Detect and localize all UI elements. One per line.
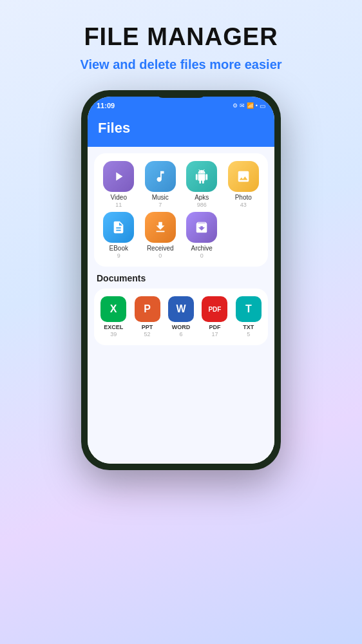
file-grid-card: Video 11 Music 7 <box>94 153 268 267</box>
phone-frame: 11:09 ⚙ ✉ 📶 • ▭ Files <box>81 90 281 470</box>
music-icon <box>145 161 176 192</box>
archive-icon <box>186 212 217 243</box>
ebook-icon <box>103 212 134 243</box>
message-icon: ✉ <box>240 102 245 109</box>
page-subtitle: View and delete files more easier <box>80 57 281 72</box>
excel-count: 39 <box>110 331 117 337</box>
music-label: Music <box>152 194 169 201</box>
empty-slot <box>224 212 263 259</box>
photo-label: Photo <box>235 194 252 201</box>
archive-count: 0 <box>200 252 204 259</box>
battery-icon: ▭ <box>260 102 265 109</box>
ebook-count: 9 <box>117 252 120 259</box>
file-grid-row2: EBook 9 Received 0 <box>99 212 263 259</box>
ppt-icon: P <box>135 296 160 322</box>
signal-icon: 📶 <box>247 102 254 109</box>
received-icon <box>145 212 176 243</box>
dot-indicator: • <box>256 102 258 109</box>
doc-item-txt[interactable]: T TXT 5 <box>233 296 264 337</box>
status-time: 11:09 <box>97 102 115 109</box>
file-grid-row1: Video 11 Music 7 <box>99 161 263 208</box>
file-item-apks[interactable]: Apks 986 <box>182 161 222 208</box>
file-item-ebook[interactable]: EBook 9 <box>99 212 138 259</box>
file-item-video[interactable]: Video 11 <box>99 161 138 208</box>
excel-icon: X <box>100 296 126 322</box>
ppt-count: 52 <box>144 331 151 337</box>
file-item-photo[interactable]: Photo 43 <box>224 161 263 208</box>
doc-grid: X EXCEL 39 P PPT 52 W WORD <box>98 296 264 337</box>
archive-label: Archive <box>191 245 213 252</box>
status-bar: 11:09 ⚙ ✉ 📶 • ▭ <box>88 97 274 115</box>
page-title: FILE MANAGER <box>84 23 278 51</box>
pdf-count: 17 <box>211 331 218 337</box>
app-header-title: Files <box>98 120 130 136</box>
documents-title: Documents <box>94 273 268 283</box>
apks-count: 986 <box>197 202 207 208</box>
excel-label: EXCEL <box>104 324 123 330</box>
documents-section: Documents X EXCEL 39 P PPT 52 <box>94 273 268 345</box>
phone-mockup: 11:09 ⚙ ✉ 📶 • ▭ Files <box>81 90 281 470</box>
txt-label: TXT <box>243 324 254 330</box>
app-content: Video 11 Music 7 <box>88 147 274 464</box>
phone-screen: 11:09 ⚙ ✉ 📶 • ▭ Files <box>88 97 274 464</box>
ebook-label: EBook <box>110 245 128 252</box>
file-item-received[interactable]: Received 0 <box>141 212 180 259</box>
word-count: 6 <box>179 331 182 337</box>
doc-item-ppt[interactable]: P PPT 52 <box>131 296 162 337</box>
word-label: WORD <box>172 324 191 330</box>
received-label: Received <box>147 245 174 252</box>
pdf-label: PDF <box>209 324 220 330</box>
txt-icon: T <box>236 296 262 322</box>
file-item-music[interactable]: Music 7 <box>141 161 180 208</box>
received-count: 0 <box>158 252 162 259</box>
txt-count: 5 <box>247 331 250 337</box>
documents-card: X EXCEL 39 P PPT 52 W WORD <box>94 289 268 345</box>
video-label: Video <box>111 194 127 201</box>
doc-item-pdf[interactable]: PDF PDF 17 <box>199 296 230 337</box>
video-icon <box>103 161 134 192</box>
doc-item-excel[interactable]: X EXCEL 39 <box>98 296 129 337</box>
video-count: 11 <box>115 202 122 208</box>
app-header: Files <box>88 115 274 147</box>
status-icons: ⚙ ✉ 📶 • ▭ <box>233 102 265 109</box>
settings-icon: ⚙ <box>233 102 238 109</box>
phone-notch <box>155 90 207 98</box>
ppt-label: PPT <box>142 324 153 330</box>
photo-icon <box>228 161 259 192</box>
pdf-icon: PDF <box>202 296 227 322</box>
doc-item-word[interactable]: W WORD 6 <box>166 296 196 337</box>
music-count: 7 <box>158 202 162 208</box>
photo-count: 43 <box>240 202 247 208</box>
apks-label: Apks <box>195 194 209 201</box>
apks-icon <box>186 161 217 192</box>
word-icon: W <box>168 296 194 322</box>
file-item-archive[interactable]: Archive 0 <box>182 212 222 259</box>
